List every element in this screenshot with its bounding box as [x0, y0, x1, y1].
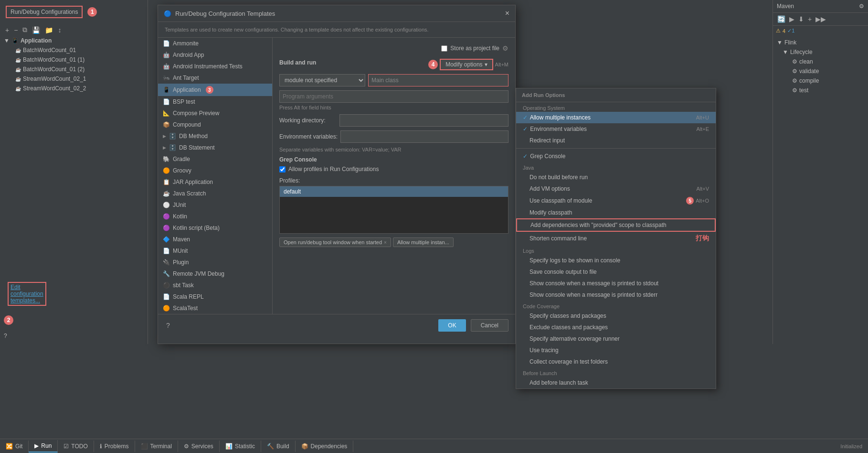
config-item-android-app[interactable]: 🤖 Android App	[158, 49, 272, 61]
config-item-bsp[interactable]: 📄 BSP test	[158, 96, 272, 108]
tab-problems[interactable]: ℹ Problems	[94, 441, 135, 452]
copy-config-btn[interactable]: ⧉	[21, 25, 29, 35]
dropdown-add-vm[interactable]: Add VM options Alt+V	[516, 183, 716, 194]
gear-icon: ⚙	[792, 68, 797, 75]
dropdown-allow-multiple[interactable]: ✓ Allow multiple instances Alt+U	[516, 112, 716, 123]
dropdown-add-provided-scope[interactable]: Add dependencies with "provided" scope t…	[516, 218, 716, 232]
dialog-help-btn[interactable]: ?	[165, 321, 171, 330]
dropdown-specify-logs[interactable]: Specify logs to be shown in console	[516, 255, 716, 266]
config-item-compose[interactable]: 📐 Compose Preview	[158, 108, 272, 119]
dropdown-grep-console[interactable]: ✓ Grep Console	[516, 151, 716, 162]
folder-config-btn[interactable]: 📁	[43, 25, 54, 35]
cancel-btn[interactable]: Cancel	[471, 319, 508, 332]
dropdown-show-stdout[interactable]: Show console when a message is printed t…	[516, 278, 716, 289]
dialog-close-btn[interactable]: ×	[505, 9, 509, 18]
help-button[interactable]: ?	[4, 333, 7, 339]
tab-todo[interactable]: ☑ TODO	[58, 441, 94, 452]
maven-run-btn[interactable]: ▶	[788, 14, 796, 24]
config-item-junit[interactable]: ⚪ JUnit	[158, 199, 272, 211]
tree-item-bwc01-2[interactable]: ☕ BatchWordCount_01 (2)	[0, 65, 148, 74]
dropdown-show-stderr[interactable]: Show console when a message is printed t…	[516, 289, 716, 301]
add-config-btn[interactable]: +	[4, 25, 11, 35]
module-select[interactable]: module not specified	[279, 74, 365, 86]
tab-services[interactable]: ⚙ Services	[178, 441, 220, 452]
open-tool-window-chip[interactable]: Open run/debug tool window when started …	[279, 237, 391, 247]
sort-config-btn[interactable]: ↕	[56, 25, 63, 35]
store-as-project-checkbox[interactable]	[441, 45, 447, 52]
tree-item-bwc01-1[interactable]: ☕ BatchWordCount_01 (1)	[0, 55, 148, 65]
config-item-ant-target[interactable]: 🐜 Ant Target	[158, 72, 272, 84]
config-item-db-method[interactable]: ▶ 🗄️ DB Method	[158, 130, 272, 142]
maven-download-btn[interactable]: ⬇	[797, 14, 805, 24]
config-item-munit[interactable]: 📄 MUnit	[158, 245, 272, 257]
tree-item-bwc01[interactable]: ☕ BatchWordCount_01	[0, 45, 148, 55]
tab-run[interactable]: ▶ Run	[29, 440, 58, 453]
dropdown-collect-coverage[interactable]: Collect coverage in test folders	[516, 356, 716, 367]
tab-git[interactable]: 🔀 Git	[0, 441, 29, 452]
save-config-btn[interactable]: 💾	[31, 25, 42, 35]
config-item-sbt[interactable]: ⚫ sbt Task	[158, 280, 272, 291]
config-item-ammonite[interactable]: 📄 Ammonite	[158, 38, 272, 49]
config-item-scala-test[interactable]: 🟠 ScalaTest	[158, 302, 272, 314]
maven-refresh-btn[interactable]: 🔄	[776, 14, 787, 24]
maven-expand-btn[interactable]: ▶▶	[814, 14, 827, 24]
env-vars-input[interactable]	[340, 130, 508, 143]
allow-profiles-checkbox[interactable]	[279, 166, 286, 173]
dropdown-use-classpath[interactable]: Use classpath of module 5 Alt+O	[516, 194, 716, 207]
maven-lifecycle[interactable]: ▼ Lifecycle	[773, 47, 868, 57]
config-icon: 🟣	[163, 213, 170, 220]
config-item-application[interactable]: 📱 Application 3	[158, 84, 272, 96]
config-item-jar[interactable]: 📋 JAR Application	[158, 176, 272, 188]
dropdown-exclude-classes[interactable]: Exclude classes and packages	[516, 322, 716, 333]
config-item-remote-jvm[interactable]: 🔧 Remote JVM Debug	[158, 268, 272, 280]
config-item-gradle[interactable]: 🐘 Gradle	[158, 153, 272, 165]
allow-multiple-chip[interactable]: Allow multiple instan...	[393, 237, 454, 247]
dropdown-use-tracing[interactable]: Use tracing	[516, 345, 716, 356]
tree-item-swc022[interactable]: ☕ StreamWordCount_02_2	[0, 84, 148, 93]
dropdown-alt-runner[interactable]: Specify alternative coverage runner	[516, 333, 716, 345]
gear-icon[interactable]: ⚙	[859, 3, 864, 10]
main-class-input[interactable]	[368, 74, 508, 86]
application-group[interactable]: ▼ 📱 Application	[0, 36, 148, 45]
dropdown-specify-classes[interactable]: Specify classes and packages	[516, 310, 716, 322]
dropdown-save-console[interactable]: Save console output to file	[516, 266, 716, 278]
tab-statistic[interactable]: 📊 Statistic	[220, 441, 261, 452]
config-item-kotlin-script[interactable]: 🟣 Kotlin script (Beta)	[158, 222, 272, 234]
config-item-java-scratch[interactable]: ☕ Java Scratch	[158, 188, 272, 199]
modify-options-btn[interactable]: Modify options ▾	[440, 59, 493, 70]
dropdown-modify-classpath[interactable]: Modify classpath	[516, 207, 716, 218]
config-label: MUnit	[173, 248, 188, 254]
config-item-android-instrumented[interactable]: 🤖 Android Instrumented Tests	[158, 61, 272, 72]
tab-build[interactable]: 🔨 Build	[261, 441, 296, 452]
dropdown-env-vars[interactable]: ✓ Environment variables Alt+E	[516, 123, 716, 135]
config-item-plugin[interactable]: 🔌 Plugin	[158, 257, 272, 268]
ok-btn[interactable]: OK	[438, 319, 466, 332]
config-item-compound[interactable]: 📦 Compound	[158, 119, 272, 130]
config-label: Android Instrumented Tests	[173, 63, 243, 70]
maven-compile[interactable]: ⚙ compile	[773, 76, 868, 86]
dropdown-no-build[interactable]: Do not build before run	[516, 172, 716, 183]
tree-item-swc021[interactable]: ☕ StreamWordCount_02_1	[0, 74, 148, 84]
dropdown-before-launch-task[interactable]: Add before launch task	[516, 377, 716, 388]
maven-validate[interactable]: ⚙ validate	[773, 66, 868, 76]
config-item-kotlin[interactable]: 🟣 Kotlin	[158, 211, 272, 222]
config-item-db-statement[interactable]: ▶ 🗄️ DB Statement	[158, 142, 272, 153]
maven-flink[interactable]: ▼ Flink	[773, 38, 868, 47]
maven-test[interactable]: ⚙ test	[773, 86, 868, 95]
working-dir-input[interactable]	[339, 114, 508, 127]
default-profile[interactable]: default	[280, 186, 508, 197]
maven-clean[interactable]: ⚙ clean	[773, 57, 868, 66]
config-item-groovy[interactable]: 🟠 Groovy	[158, 165, 272, 176]
tab-terminal[interactable]: ⬛ Terminal	[135, 441, 178, 452]
config-item-scala-repl[interactable]: 📄 Scala REPL	[158, 291, 272, 302]
tab-dependencies[interactable]: 📦 Dependencies	[296, 441, 354, 452]
item-label: Collect coverage in test folders	[523, 358, 608, 365]
edit-templates-link[interactable]: Edit configuration templates...	[8, 282, 46, 306]
chip-close-btn[interactable]: ×	[384, 240, 387, 245]
remove-config-btn[interactable]: −	[12, 25, 19, 35]
program-args-input[interactable]	[279, 90, 508, 103]
config-item-maven[interactable]: 🔷 Maven	[158, 234, 272, 245]
dropdown-shorten-cmdline[interactable]: Shorten command line 打钩	[516, 232, 716, 245]
dropdown-redirect-input[interactable]: Redirect input	[516, 135, 716, 146]
maven-add-btn[interactable]: +	[806, 14, 813, 24]
